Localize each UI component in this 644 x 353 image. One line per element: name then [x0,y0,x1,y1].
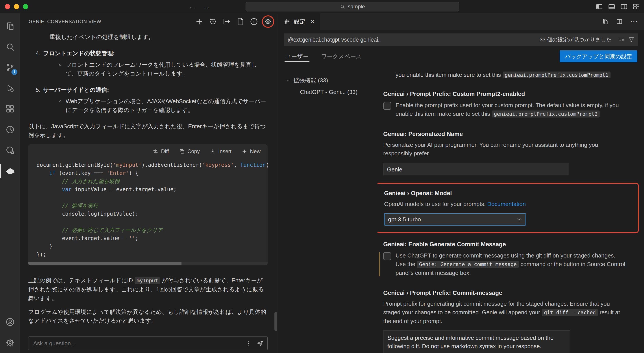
sidebar-item-extension-clock[interactable] [0,119,20,140]
close-icon[interactable]: × [310,18,314,25]
list-item: 4.フロントエンドの状態管理: [36,49,268,58]
new-file-button[interactable]: New [242,147,260,156]
sidebar-item-genie[interactable] [0,161,20,181]
close-window-button[interactable] [5,4,10,9]
settings-result-count: 33 個の設定が見つかりました [540,36,612,43]
clear-search-filters-icon[interactable] [618,36,625,43]
panel-title: GENIE: CONVERSATION VIEW [29,19,194,24]
about-button[interactable] [248,16,260,27]
settings-scope-row: ユーザー ワークスペース バックアップと同期の設定 [278,46,644,67]
generate-commit-message-checkbox[interactable] [383,252,391,260]
inline-code: genieai.promptPrefix.customPrompt1 [502,71,611,78]
inspect-extension-icon [5,145,15,155]
extensions-icon [5,104,15,114]
plus-icon [195,17,204,26]
bullet-icon: ○ [59,97,66,114]
open-settings-json-icon[interactable] [602,18,609,25]
list-item-detail: ○ フロントエンドのフレームワークを使用している場合、状態管理を見直して、更新の… [59,60,268,78]
backup-sync-settings-button[interactable]: バックアップと同期の設定 [560,50,638,62]
copy-icon [179,149,185,154]
setting-description: Use ChatGPT to generate commit messages … [396,251,626,277]
account-button[interactable] [0,312,20,332]
tab-settings[interactable]: 設定 × [278,13,320,30]
settings-toc: 拡張機能 (33) ChatGPT - Geni... (33) [278,67,378,353]
more-actions-icon[interactable]: ⋯ [630,17,638,25]
sidebar-item-extensions[interactable] [0,99,20,119]
sliders-icon [284,18,290,25]
back-icon[interactable]: ← [188,3,196,11]
search-icon [5,42,15,52]
code-block-toolbar: Diff Copy Insert New [28,144,268,158]
zoom-window-button[interactable] [23,4,28,9]
personalized-name-input[interactable] [383,164,569,175]
settings-search-input[interactable] [288,36,540,43]
sidebar-item-extension-inspect[interactable] [0,140,20,161]
toc-chatgpt-genie[interactable]: ChatGPT - Geni... (33) [300,89,378,95]
setting-description: OpenAI models to use for your prompts. D… [384,200,626,208]
minimize-window-button[interactable] [14,4,19,9]
setting-title: Genieai: Personalized Name [383,131,635,138]
info-icon [250,17,258,26]
filter-icon[interactable] [628,36,635,43]
customize-layout-icon[interactable] [632,3,640,10]
documentation-link[interactable]: Documentation [487,201,526,207]
history-icon [208,17,218,26]
send-icon[interactable] [256,340,264,347]
save-conversation-button[interactable] [234,16,246,27]
openai-model-setting-highlighted: Genieai › Openai: Model OpenAI models to… [378,183,639,233]
file-icon [236,17,245,26]
toggle-primary-sidebar-icon[interactable] [596,3,603,10]
command-center-search[interactable]: sample [246,2,459,11]
copy-button[interactable]: Copy [179,147,200,156]
setting-commit-message-prefix: Genieai › Prompt Prefix: Commit-message … [383,290,635,353]
conversation-paragraph: プログラムや使用環境によって解決策が異なるため、もし詳細な情報があれば、より具体… [28,308,268,325]
more-options-icon[interactable]: ⋮ [245,339,252,348]
account-icon [5,317,15,327]
settings-editor: 設定 × ⋯ 33 個の設定が見つかりました ユーザー ワークスペース バックア… [278,13,644,353]
editor-tab-bar: 設定 × ⋯ [278,13,644,30]
genie-settings-button[interactable] [262,15,274,28]
list-item: 5.サーバーサイドとの通信: [36,85,268,94]
gear-icon [264,17,272,25]
sidebar-item-run-debug[interactable] [0,78,20,99]
toggle-secondary-sidebar-icon[interactable] [620,3,628,10]
split-editor-icon[interactable] [616,18,623,25]
setting-personalized-name: Genieai: Personalized Name Personalize y… [383,131,635,175]
setting-title: Genieai: Enable Generate Commit Message [383,241,635,248]
export-conversation-button[interactable] [221,16,232,27]
manage-button[interactable] [0,332,20,353]
history-button[interactable] [207,16,219,27]
plus-icon [242,149,247,154]
toc-extensions[interactable]: 拡張機能 (33) [286,77,378,84]
ask-question-input[interactable] [33,340,243,347]
genie-lamp-icon [5,166,16,176]
sidebar-item-source-control[interactable]: 1 [0,57,20,78]
inline-code: git diff --cached [542,309,598,316]
new-chat-button[interactable] [194,16,205,27]
chevron-down-icon [516,216,522,223]
code-horizontal-scrollbar[interactable] [28,262,268,265]
scope-tab-workspace[interactable]: ワークスペース [320,49,362,64]
setting-description: Prompt prefix for generating git commit … [383,300,626,326]
run-debug-icon [5,83,15,93]
genie-panel-header: GENIE: CONVERSATION VIEW [20,13,278,30]
sidebar-item-search[interactable] [0,36,20,57]
toggle-panel-icon[interactable] [608,3,615,10]
commit-message-textarea[interactable]: Suggest a precise and informative commit… [383,330,570,353]
titlebar: ← → sample [0,0,644,13]
command-center-text: sample [348,3,365,10]
panel-vertical-scrollbar[interactable] [274,312,277,331]
diff-button[interactable]: Diff [153,147,169,156]
window-controls [0,4,28,9]
forward-icon[interactable]: → [203,3,210,11]
conversation-clipped-line: 重複したイベントの処理を制限します。 [50,32,268,41]
openai-model-select[interactable]: gpt-3.5-turbo [384,213,526,226]
sidebar-item-explorer[interactable] [0,16,20,36]
scope-tab-user[interactable]: ユーザー [284,49,310,64]
list-item-detail: ○ Webアプリケーションの場合、AJAXやWebSocketなどの通信方式でサ… [59,97,268,114]
custom-prompt2-checkbox[interactable] [383,102,391,110]
bullet-icon: ○ [59,60,66,78]
insert-button[interactable]: Insert [210,147,232,156]
files-icon [5,21,15,31]
code-lines: document.getElementById('myInput').addEv… [28,158,268,265]
